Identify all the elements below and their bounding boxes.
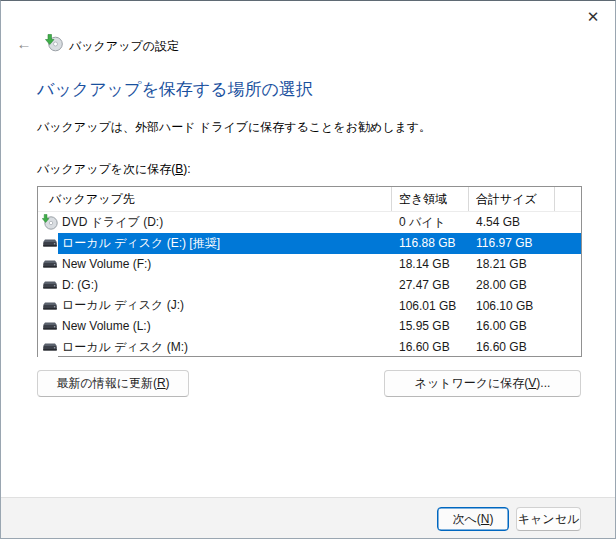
column-header-free-space[interactable]: 空き領域 [391,187,468,211]
drive-name: New Volume (F:) [58,257,392,271]
drive-name: ローカル ディスク (M:) [58,339,392,356]
hard-disk-icon [38,337,58,358]
drive-total-size: 16.60 GB [469,340,555,354]
backup-app-icon [45,34,63,52]
drive-free-space: 27.47 GB [392,278,469,292]
table-row-d-g[interactable]: D: (G:) 27.47 GB 28.00 GB [38,274,581,295]
list-label-post: ): [183,162,190,176]
close-icon: ✕ [587,8,600,25]
page-title: バックアップを保存する場所の選択 [37,78,313,101]
column-header-total-size[interactable]: 合計サイズ [468,187,554,211]
list-label: バックアップを次に保存(B): [37,161,191,178]
backup-settings-window: ✕ ← バックアップの設定 バックアップを保存する場所の選択 バックアップは、外… [0,0,616,539]
drive-total-size: 106.10 GB [469,299,555,313]
drive-total-size: 28.00 GB [469,278,555,292]
table-row-local-disk-e[interactable]: ローカル ディスク (E:) [推奨] 116.88 GB 116.97 GB [38,233,581,254]
refresh-button[interactable]: 最新の情報に更新(R) [37,370,189,397]
drive-free-space: 18.14 GB [392,257,469,271]
drive-name: ローカル ディスク (J:) [58,297,392,314]
refresh-label-post: ) [166,376,170,390]
hard-disk-icon [38,295,58,316]
drive-list: バックアップ先 空き領域 合計サイズ DVD ドライブ (D:) 0 バイト 4… [37,186,582,357]
close-button[interactable]: ✕ [579,5,607,29]
column-header-filler [554,187,581,211]
drive-free-space: 15.95 GB [392,319,469,333]
drive-name: New Volume (L:) [58,319,392,333]
back-arrow-icon: ← [17,35,32,52]
footer-bar: 次へ(N) キャンセル [1,497,615,538]
table-row-new-volume-l[interactable]: New Volume (L:) 15.95 GB 16.00 GB [38,316,581,337]
table-row-local-disk-j[interactable]: ローカル ディスク (J:) 106.01 GB 106.10 GB [38,295,581,316]
hard-disk-icon [38,233,58,254]
drive-name: D: (G:) [58,278,392,292]
next-button[interactable]: 次へ(N) [437,507,509,531]
refresh-label-pre: 最新の情報に更新( [56,376,157,390]
save-to-network-button[interactable]: ネットワークに保存(V)... [384,370,581,397]
drive-name: DVD ドライブ (D:) [58,214,392,231]
dvd-drive-icon [38,212,58,233]
drive-total-size: 4.54 GB [469,215,555,229]
column-header-destination[interactable]: バックアップ先 [38,187,391,211]
network-label-post: )... [536,376,550,390]
hard-disk-icon [38,316,58,337]
table-row-new-volume-f[interactable]: New Volume (F:) 18.14 GB 18.21 GB [38,254,581,275]
refresh-accesskey: R [157,376,166,390]
hard-disk-icon [38,254,58,275]
drive-free-space: 106.01 GB [392,299,469,313]
drive-name: ローカル ディスク (E:) [推奨] [58,235,392,252]
drive-free-space: 116.88 GB [392,236,469,250]
description-text: バックアップは、外部ハード ドライブに保存することをお勧めします。 [37,119,431,136]
drive-total-size: 116.97 GB [469,236,555,250]
back-button[interactable]: ← [13,34,35,54]
table-row-dvd-d[interactable]: DVD ドライブ (D:) 0 バイト 4.54 GB [38,212,581,233]
window-title: バックアップの設定 [69,38,179,55]
hard-disk-icon [38,274,58,295]
next-label-post: ) [489,512,493,526]
next-label-pre: 次へ( [453,512,481,526]
drive-total-size: 16.00 GB [469,319,555,333]
drive-total-size: 18.21 GB [469,257,555,271]
drive-list-header: バックアップ先 空き領域 合計サイズ [38,187,581,212]
list-label-pre: バックアップを次に保存( [37,162,175,176]
drive-free-space: 16.60 GB [392,340,469,354]
network-label-pre: ネットワークに保存( [415,376,529,390]
table-row-local-disk-m[interactable]: ローカル ディスク (M:) 16.60 GB 16.60 GB [38,337,581,358]
cancel-button[interactable]: キャンセル [516,507,581,531]
drive-free-space: 0 バイト [392,214,469,231]
